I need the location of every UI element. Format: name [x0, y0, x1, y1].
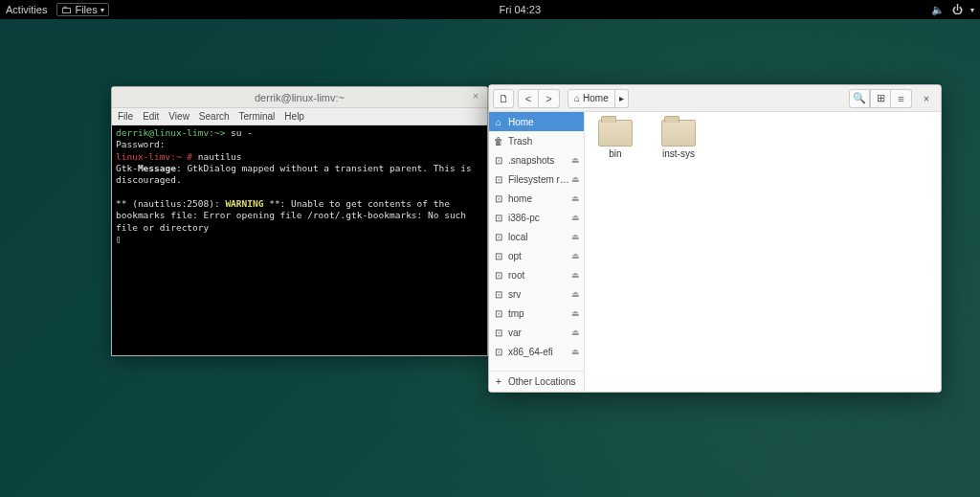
sidebar-item-label: local	[508, 232, 528, 242]
view-grid-button[interactable]: ⊞	[870, 89, 891, 108]
sidebar-item-label: .snapshots	[508, 155, 554, 166]
sidebar-item-label: Trash	[508, 136, 532, 147]
sidebar-item-label: opt	[508, 251, 522, 261]
sidebar-item-srv[interactable]: ⊡srv⏏	[489, 284, 584, 304]
sidebar-item-opt[interactable]: ⊡opt⏏	[489, 246, 584, 265]
terminal-menubar: File Edit View Search Terminal Help	[112, 108, 487, 125]
eject-icon[interactable]: ⏏	[571, 270, 580, 280]
sidebar-item-snapshots[interactable]: ⊡.snapshots⏏	[489, 150, 584, 169]
eject-icon[interactable]: ⏏	[571, 174, 580, 184]
drive-icon: ⌂	[494, 117, 503, 127]
drive-icon: 🗑	[494, 136, 503, 147]
drive-icon: ⊡	[494, 174, 503, 185]
menu-search[interactable]: Search	[199, 111, 230, 122]
menu-help[interactable]: Help	[284, 111, 304, 122]
sidebar-item-label: x86_64-efi	[508, 347, 553, 357]
drive-icon: ⊡	[494, 328, 503, 338]
term-text: Message	[138, 163, 176, 173]
path-home[interactable]: ⌂ Home	[568, 89, 615, 108]
files-content[interactable]: bininst-sys	[585, 112, 941, 392]
sidebar-item-trash[interactable]: 🗑Trash	[489, 131, 584, 150]
nav-group: < >	[518, 89, 560, 108]
files-icon: 🗀	[61, 4, 72, 15]
drive-icon: ⊡	[494, 232, 503, 242]
forward-button[interactable]: >	[539, 89, 560, 108]
term-text: Gtk-	[116, 163, 138, 173]
eject-icon[interactable]: ⏏	[571, 193, 580, 203]
power-icon[interactable]: ⏻	[952, 4, 963, 15]
sidebar-item-label: srv	[508, 289, 521, 300]
term-warning: WARNING	[225, 198, 263, 209]
sidebar-item-x86_64efi[interactable]: ⊡x86_64-efi⏏	[489, 342, 584, 361]
drive-icon: ⊡	[494, 308, 503, 319]
folder-icon	[598, 120, 633, 147]
files-toolbar: 🗋 < > ⌂ Home ▸ 🔍 ⊞ ≡ ×	[489, 85, 941, 112]
drive-icon: ⊡	[494, 213, 503, 223]
search-button[interactable]: 🔍	[849, 89, 870, 108]
menu-terminal[interactable]: Terminal	[239, 111, 276, 122]
close-icon[interactable]: ×	[468, 90, 483, 105]
folder-label: bin	[609, 148, 621, 159]
home-icon: ⌂	[574, 93, 580, 103]
terminal-window: derrik@linux-limv:~ × File Edit View Sea…	[111, 86, 488, 356]
sidebar-item-i386pc[interactable]: ⊡i386-pc⏏	[489, 208, 584, 227]
new-tab-button[interactable]: 🗋	[493, 89, 514, 108]
folder-label: inst-sys	[662, 148, 695, 159]
hamburger-button[interactable]: ≡	[891, 89, 912, 108]
gnome-topbar: Activities 🗀 Files ▾ Fri 04:23 🔈 ⏻ ▾	[0, 0, 980, 19]
eject-icon[interactable]: ⏏	[571, 213, 580, 222]
menu-file[interactable]: File	[118, 111, 133, 122]
path-expand[interactable]: ▸	[615, 89, 629, 108]
drive-icon: ⊡	[494, 289, 503, 300]
sidebar-item-root[interactable]: ⊡root⏏	[489, 265, 584, 284]
chevron-down-icon: ▾	[100, 6, 104, 14]
volume-icon[interactable]: 🔈	[931, 4, 945, 16]
menu-view[interactable]: View	[168, 111, 189, 122]
sidebar-item-label: home	[508, 193, 532, 204]
menu-edit[interactable]: Edit	[143, 111, 159, 122]
terminal-titlebar[interactable]: derrik@linux-limv:~ ×	[112, 87, 487, 108]
eject-icon[interactable]: ⏏	[571, 251, 580, 260]
sidebar-item-label: var	[508, 328, 522, 338]
folder-icon	[661, 120, 696, 147]
path-label: Home	[583, 93, 609, 103]
drive-icon: ⊡	[494, 270, 503, 281]
drive-icon: ⊡	[494, 347, 503, 357]
sidebar-item-home[interactable]: ⊡home⏏	[489, 189, 584, 208]
term-text: nautilus	[192, 151, 241, 162]
sidebar-item-local[interactable]: ⊡local⏏	[489, 227, 584, 246]
term-prompt: derrik@linux-limv:~>	[116, 127, 225, 138]
sidebar-item-label: Home	[508, 117, 534, 127]
clock[interactable]: Fri 04:23	[109, 4, 931, 15]
close-button[interactable]: ×	[916, 89, 937, 108]
drive-icon: ⊡	[494, 193, 503, 204]
folder-bin[interactable]: bin	[592, 120, 638, 159]
eject-icon[interactable]: ⏏	[571, 347, 580, 356]
chevron-down-icon[interactable]: ▾	[970, 6, 974, 14]
eject-icon[interactable]: ⏏	[571, 232, 580, 241]
term-text: Password:	[116, 139, 165, 149]
app-menu[interactable]: 🗀 Files ▾	[56, 3, 108, 16]
sidebar-item-filesystemr[interactable]: ⊡Filesystem r…⏏	[489, 169, 584, 189]
eject-icon[interactable]: ⏏	[571, 328, 580, 337]
folder-inst-sys[interactable]: inst-sys	[656, 120, 702, 159]
view-controls: 🔍 ⊞ ≡	[849, 89, 912, 108]
sidebar-item-var[interactable]: ⊡var⏏	[489, 323, 584, 342]
term-prompt-root: linux-limv:~ #	[116, 151, 192, 162]
app-menu-label: Files	[75, 4, 97, 15]
terminal-output[interactable]: derrik@linux-limv:~> su - Password: linu…	[112, 125, 487, 355]
sidebar-item-label: Filesystem r…	[508, 174, 569, 185]
eject-icon[interactable]: ⏏	[571, 289, 580, 299]
eject-icon[interactable]: ⏏	[571, 155, 580, 165]
eject-icon[interactable]: ⏏	[571, 308, 580, 318]
plus-icon: +	[494, 376, 503, 387]
back-button[interactable]: <	[518, 89, 539, 108]
terminal-title: derrik@linux-limv:~	[255, 92, 345, 103]
path-bar: ⌂ Home ▸	[568, 89, 629, 108]
other-locations[interactable]: +Other Locations	[489, 371, 584, 392]
sidebar-item-tmp[interactable]: ⊡tmp⏏	[489, 304, 584, 323]
activities-button[interactable]: Activities	[6, 4, 47, 15]
sidebar-item-home[interactable]: ⌂Home	[489, 112, 584, 131]
term-text: ** (nautilus:2508):	[116, 198, 225, 209]
other-locations-label: Other Locations	[508, 376, 576, 387]
